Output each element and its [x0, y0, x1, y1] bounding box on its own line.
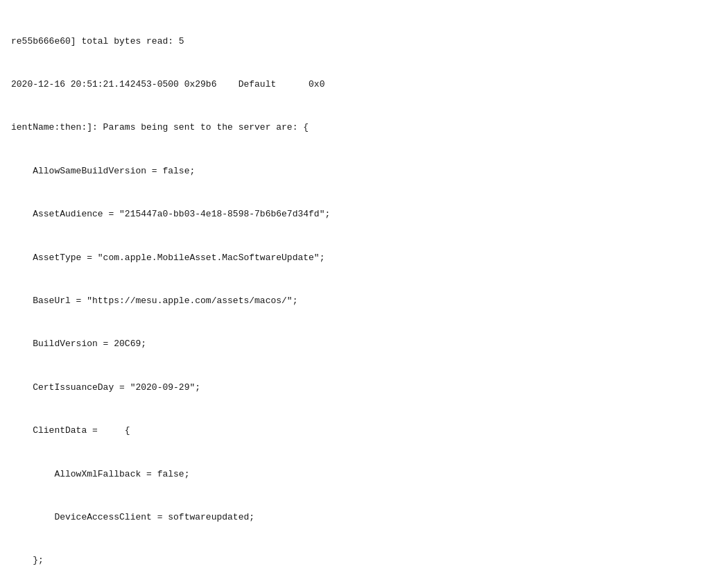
code-line-9: ClientData = {: [0, 424, 728, 438]
code-line-4: AssetAudience = "215447a0-bb03-4e18-8598…: [0, 207, 728, 222]
code-viewer: re55b666e60] total bytes read: 5 2020-12…: [0, 0, 728, 573]
code-line-5: AssetType = "com.apple.MobileAsset.MacSo…: [0, 251, 728, 266]
code-line-0: re55b666e60] total bytes read: 5: [0, 35, 728, 49]
code-line-11: DeviceAccessClient = softwareupdated;: [0, 511, 728, 525]
code-line-7: BuildVersion = 20C69;: [0, 337, 728, 352]
code-line-10: AllowXmlFallback = false;: [0, 468, 728, 482]
code-line-12: };: [0, 554, 728, 568]
code-line-8: CertIssuanceDay = "2020-09-29";: [0, 381, 728, 395]
code-line-2: ientName:then:]: Params being sent to th…: [0, 121, 728, 135]
code-line-1: 2020-12-16 20:51:21.142453-0500 0x29b6 D…: [0, 78, 728, 92]
code-line-3: AllowSameBuildVersion = false;: [0, 164, 728, 179]
code-line-6: BaseUrl = "https://mesu.apple.com/assets…: [0, 294, 728, 309]
